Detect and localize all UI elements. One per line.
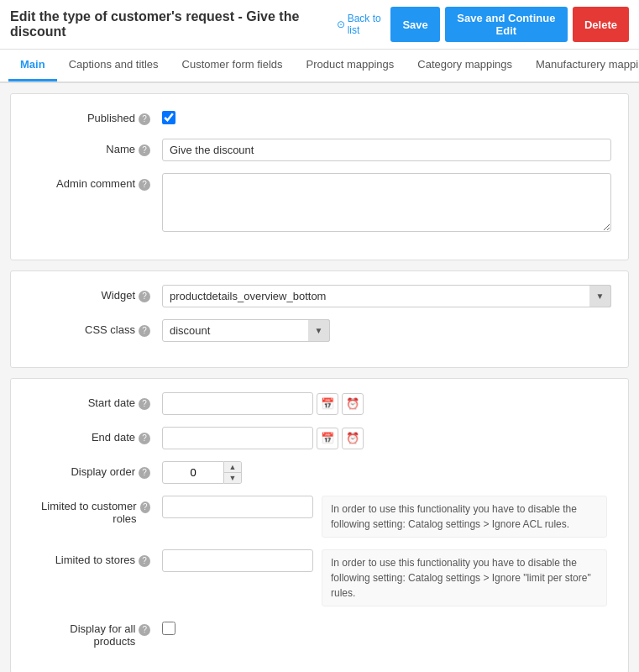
display-order-up-btn[interactable]: ▲ [224, 462, 241, 473]
row-start-date: Start date ? 📅 ⏰ [28, 392, 611, 415]
display-all-field [162, 618, 611, 638]
display-order-spinners: ▲ ▼ [224, 461, 242, 484]
row-published: Published ? [28, 108, 611, 127]
section-dates: Start date ? 📅 ⏰ End date ? 📅 ⏰ [10, 378, 629, 672]
admin-comment-field [162, 173, 611, 234]
row-widget: Widget ? productdetails_overview_bottom … [28, 285, 611, 307]
published-help-icon[interactable]: ? [139, 113, 150, 125]
name-help-icon[interactable]: ? [139, 144, 150, 156]
limited-stores-input[interactable] [162, 549, 313, 572]
end-date-calendar-btn[interactable]: 📅 [317, 428, 338, 449]
display-order-field: ▲ ▼ [162, 461, 611, 484]
row-limited-roles: Limited to customer roles ? In order to … [28, 496, 611, 538]
end-date-input[interactable] [162, 427, 313, 449]
end-date-label: End date ? [28, 427, 162, 444]
widget-label: Widget ? [28, 285, 162, 302]
row-css-class: CSS class ? discount default custom ▼ [28, 319, 611, 342]
limited-stores-info: In order to use this functionality you h… [322, 549, 607, 606]
header-buttons: Save Save and Continue Edit Delete [390, 7, 629, 42]
limited-roles-help-icon[interactable]: ? [140, 501, 150, 513]
limited-stores-label: Limited to stores ? [28, 549, 162, 567]
widget-field: productdetails_overview_bottom ▼ [162, 285, 611, 307]
tab-customer-form[interactable]: Customer form fields [170, 50, 295, 81]
css-class-field: discount default custom ▼ [162, 319, 611, 342]
delete-button[interactable]: Delete [573, 7, 629, 42]
admin-comment-textarea[interactable] [162, 173, 611, 232]
limited-stores-with-info: In order to use this functionality you h… [162, 549, 611, 606]
limited-roles-with-info: In order to use this functionality you h… [162, 496, 611, 538]
published-field [162, 108, 611, 127]
display-order-label: Display order ? [28, 461, 162, 479]
display-order-wrapper: ▲ ▼ [162, 461, 246, 484]
admin-comment-help-icon[interactable]: ? [139, 179, 150, 191]
content-area: Published ? Name ? Admin comment ? [0, 83, 639, 672]
tab-manufacturery-mappings[interactable]: Manufacturery mappings [524, 50, 639, 81]
widget-select[interactable]: productdetails_overview_bottom [162, 285, 611, 307]
end-date-help-icon[interactable]: ? [139, 433, 150, 444]
limited-stores-help-icon[interactable]: ? [139, 555, 150, 567]
start-date-help-icon[interactable]: ? [139, 398, 150, 410]
row-display-order: Display order ? ▲ ▼ [28, 461, 611, 484]
css-class-select-wrapper: discount default custom ▼ [162, 319, 330, 342]
limited-stores-field: In order to use this functionality you h… [162, 549, 611, 606]
display-order-down-btn[interactable]: ▼ [224, 473, 241, 483]
start-date-clock-btn[interactable]: ⏰ [342, 393, 364, 415]
row-display-all: Display for all products ? [28, 618, 611, 648]
start-date-calendar-btn[interactable]: 📅 [317, 393, 338, 415]
row-admin-comment: Admin comment ? [28, 173, 611, 234]
save-button[interactable]: Save [390, 7, 439, 42]
title-area: Edit the type of customer's request - Gi… [10, 9, 390, 39]
name-label: Name ? [28, 139, 162, 156]
published-label: Published ? [28, 108, 162, 125]
section-widget: Widget ? productdetails_overview_bottom … [10, 270, 629, 368]
save-continue-button[interactable]: Save and Continue Edit [445, 7, 568, 42]
display-order-input[interactable] [162, 461, 224, 484]
tab-product-mappings[interactable]: Product mappings [295, 50, 406, 81]
start-date-wrapper: 📅 ⏰ [162, 392, 611, 415]
row-limited-stores: Limited to stores ? In order to use this… [28, 549, 611, 606]
end-date-clock-btn[interactable]: ⏰ [342, 428, 364, 449]
tab-main[interactable]: Main [8, 50, 57, 81]
css-class-help-icon[interactable]: ? [139, 325, 150, 337]
published-checkbox[interactable] [162, 111, 175, 124]
limited-roles-input[interactable] [162, 496, 313, 518]
start-date-input[interactable] [162, 392, 313, 415]
back-to-list-link[interactable]: Back to list [337, 13, 391, 36]
page-title: Edit the type of customer's request - Gi… [10, 9, 328, 39]
end-date-field: 📅 ⏰ [162, 427, 611, 449]
end-date-wrapper: 📅 ⏰ [162, 427, 611, 449]
css-class-label: CSS class ? [28, 319, 162, 337]
admin-comment-label: Admin comment ? [28, 173, 162, 191]
row-end-date: End date ? 📅 ⏰ [28, 427, 611, 449]
limited-roles-info: In order to use this functionality you h… [322, 496, 607, 538]
start-date-field: 📅 ⏰ [162, 392, 611, 415]
page-header: Edit the type of customer's request - Gi… [0, 0, 639, 50]
tab-captions[interactable]: Captions and titles [57, 50, 170, 81]
name-input[interactable] [162, 139, 611, 161]
display-order-help-icon[interactable]: ? [139, 467, 150, 479]
start-date-label: Start date ? [28, 392, 162, 410]
row-name: Name ? [28, 139, 611, 161]
widget-help-icon[interactable]: ? [139, 291, 150, 302]
tabs-bar: Main Captions and titles Customer form f… [0, 50, 639, 83]
widget-select-wrapper: productdetails_overview_bottom ▼ [162, 285, 611, 307]
css-class-select[interactable]: discount default custom [162, 319, 330, 342]
name-field [162, 139, 611, 161]
display-all-label: Display for all products ? [28, 618, 162, 648]
limited-roles-field: In order to use this functionality you h… [162, 496, 611, 538]
display-all-help-icon[interactable]: ? [139, 624, 150, 636]
section-basic: Published ? Name ? Admin comment ? [10, 93, 629, 260]
display-all-checkbox[interactable] [162, 622, 175, 635]
tab-category-mappings[interactable]: Category mappings [406, 50, 524, 81]
limited-roles-label: Limited to customer roles ? [28, 496, 162, 525]
